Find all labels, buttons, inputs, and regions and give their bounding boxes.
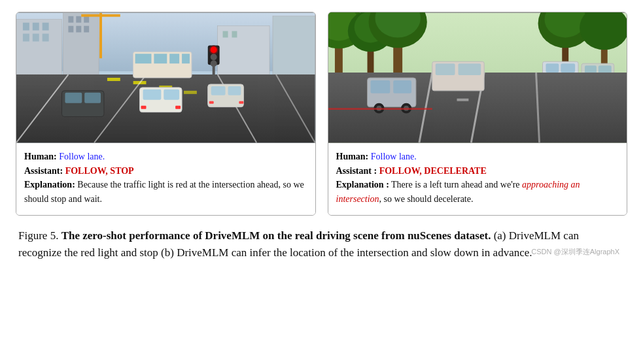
svg-rect-43: [228, 86, 241, 95]
svg-rect-72: [561, 63, 575, 73]
svg-rect-6: [23, 34, 29, 42]
svg-rect-39: [141, 106, 147, 109]
svg-rect-48: [84, 93, 101, 103]
left-assistant-label: Assistant:: [24, 166, 63, 176]
svg-rect-16: [99, 13, 102, 58]
svg-rect-33: [154, 54, 167, 63]
svg-point-54: [209, 45, 218, 54]
right-assistant-label: Assistant :: [336, 166, 377, 176]
svg-rect-40: [175, 106, 181, 109]
svg-rect-17: [81, 14, 120, 17]
panel-left: Human: Follow lane. Assistant: FOLLOW, S…: [16, 12, 316, 216]
svg-rect-12: [84, 16, 89, 23]
left-human-label: Human:: [24, 152, 57, 161]
right-explanation-line: Explanation : There is a left turn ahead…: [336, 178, 619, 206]
svg-rect-98: [458, 63, 481, 75]
svg-rect-15: [84, 26, 89, 33]
svg-rect-44: [209, 101, 214, 104]
svg-rect-13: [68, 26, 73, 33]
svg-rect-7: [33, 34, 39, 42]
left-assistant-text: FOLLOW, STOP: [65, 166, 134, 176]
left-human-line: Human: Follow lane.: [24, 150, 307, 164]
svg-rect-14: [76, 26, 81, 33]
svg-rect-21: [232, 31, 237, 38]
left-scene-svg: [16, 12, 315, 143]
svg-rect-91: [393, 80, 411, 93]
svg-rect-88: [457, 99, 468, 101]
svg-rect-42: [211, 86, 226, 95]
svg-rect-97: [435, 63, 455, 75]
right-assistant-line: Assistant : FOLLOW, DECELERATE: [336, 164, 619, 178]
svg-rect-3: [23, 23, 29, 31]
left-panel-text: Human: Follow lane. Assistant: FOLLOW, S…: [16, 143, 315, 215]
svg-rect-19: [273, 16, 315, 74]
svg-rect-32: [135, 54, 152, 63]
page-wrapper: Human: Follow lane. Assistant: FOLLOW, S…: [16, 12, 627, 262]
svg-point-53: [211, 60, 217, 67]
svg-rect-90: [370, 80, 390, 93]
svg-rect-4: [33, 23, 39, 31]
left-human-text: Follow lane.: [59, 152, 105, 161]
right-assistant-text: FOLLOW, DECELERATE: [379, 166, 487, 176]
svg-rect-34: [169, 54, 179, 63]
svg-rect-71: [546, 63, 559, 73]
left-explanation-line: Explanation: Because the traffic light i…: [24, 178, 307, 206]
right-scene-svg: [328, 12, 627, 143]
panel-right: Human: Follow lane. Assistant : FOLLOW, …: [328, 12, 628, 216]
svg-rect-45: [239, 101, 243, 104]
right-human-line: Human: Follow lane.: [336, 150, 619, 164]
right-explanation-text-before: There is a left turn ahead and we're: [391, 180, 522, 190]
svg-point-52: [211, 54, 217, 60]
svg-rect-23: [107, 78, 120, 81]
watermark: CSDN @深圳季连AlgraphX: [531, 247, 619, 257]
right-human-label: Human:: [336, 152, 369, 161]
right-image: [328, 12, 627, 143]
figure-caption: Figure 5. The zero-shot performance of D…: [16, 227, 627, 262]
right-explanation-text-after: , so we should decelerate.: [379, 194, 474, 204]
left-image: [16, 12, 315, 143]
right-explanation-label: Explanation :: [336, 180, 389, 190]
svg-rect-37: [143, 90, 162, 100]
right-panel-text: Human: Follow lane. Assistant : FOLLOW, …: [328, 143, 627, 215]
svg-rect-47: [65, 93, 82, 103]
caption-bold-text: The zero-shot performance of DriveMLM on…: [61, 229, 491, 242]
svg-rect-5: [43, 23, 49, 31]
svg-rect-11: [76, 16, 81, 23]
top-section: Human: Follow lane. Assistant: FOLLOW, S…: [16, 12, 627, 216]
left-assistant-line: Assistant: FOLLOW, STOP: [24, 164, 307, 178]
svg-rect-35: [182, 54, 190, 63]
svg-rect-38: [164, 90, 179, 100]
figure-number: Figure 5.: [18, 229, 58, 242]
left-explanation-label: Explanation:: [24, 180, 75, 190]
svg-rect-20: [223, 31, 228, 38]
svg-rect-26: [184, 91, 197, 94]
right-human-text: Follow lane.: [371, 152, 417, 161]
svg-rect-8: [43, 34, 49, 42]
svg-rect-10: [68, 16, 73, 23]
